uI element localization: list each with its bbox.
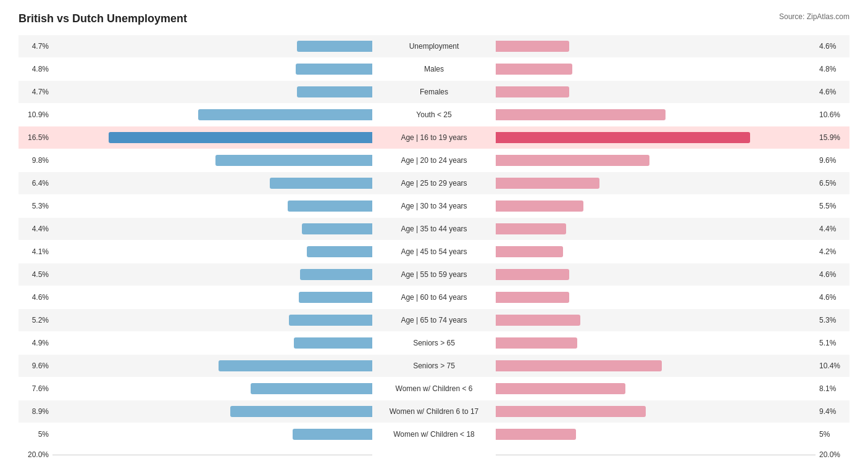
right-value: 9.6%: [816, 156, 849, 165]
left-value: 4.8%: [19, 65, 52, 73]
left-bar-container: [52, 62, 372, 76]
right-bar-container: [496, 131, 816, 144]
left-bar-container: [52, 268, 372, 281]
bars-wrapper: Seniors > 65: [52, 334, 816, 352]
bars-wrapper: Males: [52, 60, 816, 78]
bar-section: Age | 25 to 29 years: [52, 172, 816, 194]
chart-row: 4.5%Age | 55 to 59 years4.6%: [19, 263, 849, 286]
right-bar-container: [496, 268, 816, 281]
chart-row: 6.4%Age | 25 to 29 years6.5%: [19, 172, 849, 194]
row-label: Age | 35 to 44 years: [372, 225, 496, 233]
bar-dutch: [496, 337, 577, 349]
right-value: 15.9%: [816, 133, 849, 142]
bars-wrapper: Females: [52, 83, 816, 101]
bars-wrapper: Age | 55 to 59 years: [52, 266, 816, 283]
left-value: 7.6%: [19, 384, 52, 393]
right-value: 5.1%: [816, 339, 849, 347]
left-bar-container: [52, 85, 372, 99]
bar-section: Age | 65 to 74 years: [52, 309, 816, 331]
row-label: Age | 16 to 19 years: [372, 133, 496, 142]
left-value: 4.7%: [19, 42, 52, 51]
left-value: 9.8%: [19, 156, 52, 165]
left-value: 4.7%: [19, 88, 52, 96]
right-bar-container: [496, 108, 816, 122]
right-bar-container: [496, 176, 816, 190]
bar-section: Women w/ Children 6 to 17: [52, 400, 816, 423]
bar-dutch: [496, 64, 572, 75]
right-value: 4.4%: [816, 225, 849, 233]
right-value: 10.6%: [816, 110, 849, 119]
right-bar-container: [496, 382, 816, 395]
right-bar-container: [496, 85, 816, 99]
right-bar-container: [496, 336, 816, 350]
left-bar-container: [52, 382, 372, 395]
right-bar-container: [496, 245, 816, 258]
row-label: Females: [372, 88, 496, 96]
bar-dutch: [496, 360, 662, 371]
right-bar-container: [496, 428, 816, 441]
right-bar-container: [496, 222, 816, 236]
left-value: 5%: [19, 430, 52, 439]
chart-row: 4.7%Females4.6%: [19, 81, 849, 103]
axis-left-label: 20.0%: [19, 450, 52, 459]
chart-row: 5.2%Age | 65 to 74 years5.3%: [19, 309, 849, 331]
chart-row: 9.8%Age | 20 to 24 years9.6%: [19, 149, 849, 172]
left-bar-container: [52, 291, 372, 304]
bar-dutch: [496, 86, 569, 97]
bar-section: Age | 35 to 44 years: [52, 218, 816, 240]
right-value: 5.5%: [816, 202, 849, 210]
axis-center: [52, 455, 816, 455]
bars-wrapper: Women w/ Children 6 to 17: [52, 403, 816, 420]
left-bar-container: [52, 245, 372, 258]
left-value: 4.6%: [19, 293, 52, 302]
bars-wrapper: Seniors > 75: [52, 357, 816, 374]
left-value: 16.5%: [19, 133, 52, 142]
axis-right-label: 20.0%: [816, 450, 849, 459]
left-value: 4.5%: [19, 270, 52, 279]
bar-british: [297, 86, 372, 97]
bar-section: Seniors > 75: [52, 355, 816, 377]
bar-dutch: [496, 155, 649, 166]
bar-british: [294, 337, 372, 349]
bar-section: Age | 30 to 34 years: [52, 195, 816, 217]
bars-wrapper: Age | 30 to 34 years: [52, 197, 816, 215]
bar-dutch: [496, 269, 569, 280]
row-label: Seniors > 65: [372, 339, 496, 347]
row-label: Age | 55 to 59 years: [372, 270, 496, 279]
left-value: 6.4%: [19, 179, 52, 188]
row-label: Seniors > 75: [372, 362, 496, 370]
chart-header: British vs Dutch Unemployment Source: Zi…: [19, 12, 849, 25]
right-value: 4.2%: [816, 247, 849, 256]
left-bar-container: [52, 405, 372, 418]
bar-british: [198, 109, 372, 120]
chart-row: 5.3%Age | 30 to 34 years5.5%: [19, 195, 849, 217]
bar-british: [270, 178, 372, 189]
right-bar-container: [496, 39, 816, 53]
bar-british: [296, 64, 372, 75]
left-value: 4.1%: [19, 247, 52, 256]
left-value: 5.2%: [19, 316, 52, 324]
right-bar-container: [496, 199, 816, 213]
bar-section: Age | 16 to 19 years: [52, 126, 816, 149]
chart-container: British vs Dutch Unemployment Source: Zi…: [19, 12, 849, 467]
bars-wrapper: Age | 16 to 19 years: [52, 129, 816, 146]
bar-dutch: [496, 292, 569, 303]
row-label: Women w/ Children 6 to 17: [372, 407, 496, 416]
left-value: 8.9%: [19, 407, 52, 416]
right-value: 4.6%: [816, 270, 849, 279]
bar-section: Age | 60 to 64 years: [52, 286, 816, 308]
row-label: Age | 65 to 74 years: [372, 316, 496, 324]
right-value: 4.6%: [816, 42, 849, 51]
bar-dutch: [496, 223, 566, 234]
chart-row: 9.6%Seniors > 7510.4%: [19, 355, 849, 377]
bar-dutch: [496, 132, 750, 143]
bars-wrapper: Age | 60 to 64 years: [52, 289, 816, 306]
left-bar-container: [52, 108, 372, 122]
right-value: 4.8%: [816, 65, 849, 73]
bar-dutch: [496, 200, 583, 212]
left-value: 9.6%: [19, 362, 52, 370]
chart-row: 8.9%Women w/ Children 6 to 179.4%: [19, 400, 849, 423]
bar-dutch: [496, 383, 625, 394]
bars-wrapper: Age | 45 to 54 years: [52, 243, 816, 260]
bar-section: Females: [52, 81, 816, 103]
